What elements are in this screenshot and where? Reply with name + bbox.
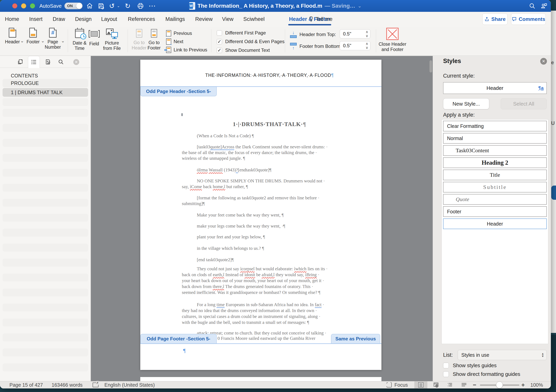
- language-indicator[interactable]: English (United States): [104, 381, 155, 388]
- sidebar-item-empty[interactable]: [3, 333, 88, 341]
- sidebar-item-empty[interactable]: [3, 289, 88, 296]
- minimize-window-button[interactable]: [21, 3, 26, 8]
- different-odd-even-checkbox[interactable]: ✓ Different Odd & Even Pages: [217, 39, 285, 44]
- style-task03content[interactable]: Task03Content: [443, 145, 547, 156]
- show-direct-formatting-checkbox[interactable]: Show direct formatting guides: [443, 371, 520, 377]
- tab-home[interactable]: Home: [5, 12, 19, 27]
- outline-view-button[interactable]: [444, 381, 457, 388]
- sidebar-item-empty[interactable]: [3, 229, 88, 237]
- autosave-toggle[interactable]: ON: [64, 3, 83, 9]
- header-button[interactable]: Header: [5, 28, 20, 45]
- document-page[interactable]: THE·INFORMATION:·A·HISTORY,·A·THEORY,·A·…: [140, 60, 381, 370]
- sidebar-item-empty[interactable]: [3, 98, 88, 106]
- sidebar-item-empty[interactable]: [3, 199, 88, 207]
- print-layout-view-button[interactable]: [414, 381, 427, 388]
- next-button[interactable]: → Next: [166, 38, 183, 45]
- zoom-out-button[interactable]: −: [473, 381, 476, 388]
- web-layout-view-button[interactable]: [430, 381, 442, 388]
- word-count[interactable]: 163466 words: [52, 381, 83, 388]
- draft-view-button[interactable]: [457, 381, 471, 388]
- tab-tell-me[interactable]: Tell me: [309, 12, 332, 27]
- redo-button[interactable]: ↻: [123, 0, 132, 12]
- sidebar-item-empty[interactable]: [3, 259, 88, 267]
- picture-from-file-button[interactable]: Picture from File: [103, 28, 121, 51]
- undo-button[interactable]: ↺: [108, 0, 116, 12]
- find-tab[interactable]: [55, 56, 67, 68]
- review-pane-tab[interactable]: [42, 56, 54, 68]
- style-normal[interactable]: Normal: [443, 133, 547, 144]
- sidebar-item-empty[interactable]: [3, 214, 88, 222]
- stepper-up-icon[interactable]: ∧: [366, 42, 368, 46]
- sidebar-item-empty[interactable]: [3, 184, 88, 192]
- go-to-footer-button[interactable]: Go to Footer: [147, 28, 161, 51]
- sidebar-item-empty[interactable]: [3, 244, 88, 252]
- focus-mode-button[interactable]: Focus: [386, 381, 408, 388]
- style-list-dropdown[interactable]: Styles in use ▲▼: [458, 350, 547, 360]
- date-time-button[interactable]: Date & Time: [73, 28, 86, 51]
- tab-draw[interactable]: Draw: [53, 12, 65, 27]
- comments-button[interactable]: Comments: [511, 13, 546, 25]
- save-button[interactable]: [96, 0, 106, 12]
- vertical-scrollbar[interactable]: [430, 60, 432, 72]
- chevron-down-icon[interactable]: ⌄: [41, 38, 45, 44]
- previous-button[interactable]: ← Previous: [166, 30, 192, 37]
- tab-view[interactable]: View: [222, 12, 233, 27]
- sidebar-item-empty[interactable]: [3, 363, 88, 371]
- print-button[interactable]: [136, 0, 145, 12]
- link-to-previous-button[interactable]: ⇐ Link to Previous: [166, 47, 207, 53]
- tab-insert[interactable]: Insert: [29, 12, 43, 27]
- style-subtitle[interactable]: Subtitle: [443, 182, 547, 192]
- style-title[interactable]: Title: [443, 169, 547, 180]
- sidebar-item-empty[interactable]: [3, 169, 88, 177]
- stepper-down-icon[interactable]: ∨: [366, 34, 368, 38]
- style-clear-formatting[interactable]: Clear Formatting: [443, 121, 547, 131]
- account-button[interactable]: [539, 0, 549, 12]
- style-header[interactable]: Header: [443, 218, 547, 229]
- zoom-slider-knob[interactable]: [496, 382, 503, 388]
- sidebar-item-empty[interactable]: [3, 319, 88, 326]
- footer-from-bottom-stepper[interactable]: 0.5" ∧∨: [340, 41, 371, 50]
- tab-layout[interactable]: Layout: [101, 12, 117, 27]
- proofing-status[interactable]: [93, 381, 99, 388]
- close-sidebar-button[interactable]: ✕: [73, 59, 79, 65]
- chevron-down-icon[interactable]: ⌄: [61, 38, 65, 44]
- more-commands-button[interactable]: ⋯: [147, 0, 157, 12]
- close-styles-panel-button[interactable]: ✕: [540, 58, 547, 65]
- sidebar-item-prologue[interactable]: PROLOGUE: [3, 79, 88, 87]
- new-style-button[interactable]: New Style...: [443, 98, 489, 109]
- style-heading-2[interactable]: Heading 2: [443, 157, 547, 168]
- tab-references[interactable]: References: [128, 12, 155, 27]
- sidebar-item-empty[interactable]: [3, 154, 88, 162]
- page-indicator[interactable]: Page 15 of 427: [9, 381, 43, 388]
- thumbnails-tab[interactable]: [14, 56, 26, 68]
- zoom-in-button[interactable]: +: [521, 381, 525, 388]
- share-button[interactable]: Share: [482, 13, 508, 25]
- title-chevron-icon[interactable]: ⌄: [358, 3, 362, 9]
- header-from-top-stepper[interactable]: 0.5" ∧∨: [340, 29, 371, 38]
- stepper-up-icon[interactable]: ∧: [366, 30, 368, 34]
- sidebar-item-empty[interactable]: [3, 109, 88, 117]
- document-map-tab[interactable]: [28, 56, 40, 68]
- sidebar-item-contents[interactable]: CONTENTS: [3, 72, 88, 80]
- tab-mailings[interactable]: Mailings: [165, 12, 185, 27]
- current-style-box[interactable]: Header ¶a: [443, 82, 547, 94]
- zoom-percentage[interactable]: 100%: [530, 381, 543, 388]
- field-button[interactable]: Field: [89, 28, 100, 46]
- close-header-footer-button[interactable]: Close Header and Footer: [379, 28, 406, 52]
- sidebar-item-empty[interactable]: [3, 139, 88, 147]
- footer-button[interactable]: Footer: [27, 28, 40, 45]
- page-header-text[interactable]: THE·INFORMATION:·A·HISTORY,·A·THEORY,·A·…: [182, 73, 357, 78]
- show-styles-guides-checkbox[interactable]: Show styles guides: [443, 362, 497, 369]
- sidebar-item-empty[interactable]: [3, 274, 88, 282]
- show-document-text-checkbox[interactable]: ✓ Show Document Text: [217, 47, 270, 53]
- close-window-button[interactable]: [12, 3, 17, 8]
- page-number-button[interactable]: # Page Number: [45, 28, 61, 50]
- different-first-page-checkbox[interactable]: Different First Page: [217, 30, 266, 36]
- stepper-down-icon[interactable]: ∨: [366, 46, 368, 50]
- chevron-down-icon[interactable]: ⌄: [20, 38, 24, 44]
- zoom-window-button[interactable]: [30, 3, 35, 8]
- tab-sciwheel[interactable]: Sciwheel: [243, 12, 265, 27]
- sidebar-item-empty[interactable]: [3, 124, 88, 132]
- search-button[interactable]: [527, 0, 537, 12]
- tab-review[interactable]: Review: [195, 12, 213, 27]
